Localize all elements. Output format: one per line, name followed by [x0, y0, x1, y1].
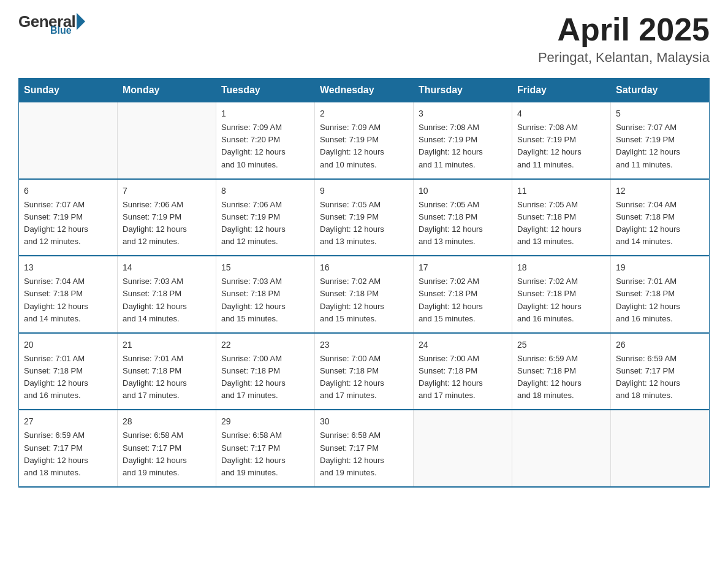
calendar-cell: 2Sunrise: 7:09 AM Sunset: 7:19 PM Daylig… — [315, 102, 414, 179]
day-info: Sunrise: 7:07 AM Sunset: 7:19 PM Dayligh… — [24, 199, 112, 248]
day-number: 26 — [616, 339, 704, 351]
day-number: 13 — [24, 261, 112, 274]
day-info: Sunrise: 6:58 AM Sunset: 7:17 PM Dayligh… — [221, 429, 309, 479]
day-number: 23 — [320, 339, 408, 351]
calendar-cell: 24Sunrise: 7:00 AM Sunset: 7:18 PM Dayli… — [414, 333, 512, 410]
day-number: 17 — [419, 261, 507, 274]
day-info: Sunrise: 6:58 AM Sunset: 7:17 PM Dayligh… — [123, 429, 211, 479]
day-info: Sunrise: 7:05 AM Sunset: 7:19 PM Dayligh… — [320, 199, 408, 248]
day-info: Sunrise: 7:08 AM Sunset: 7:19 PM Dayligh… — [419, 121, 507, 171]
day-info: Sunrise: 6:59 AM Sunset: 7:18 PM Dayligh… — [517, 353, 605, 402]
logo-blue-text: Blue — [50, 25, 72, 36]
weekday-header-row: SundayMondayTuesdayWednesdayThursdayFrid… — [19, 79, 710, 102]
calendar-cell: 19Sunrise: 7:01 AM Sunset: 7:18 PM Dayli… — [611, 256, 710, 333]
calendar-cell: 20Sunrise: 7:01 AM Sunset: 7:18 PM Dayli… — [19, 333, 118, 410]
weekday-header-thursday: Thursday — [414, 79, 512, 102]
logo: General Blue — [18, 12, 85, 36]
day-number: 16 — [320, 261, 408, 274]
day-number: 2 — [320, 107, 408, 120]
logo-triangle-icon — [77, 13, 85, 30]
day-number: 15 — [221, 261, 309, 274]
calendar-cell — [19, 102, 118, 179]
calendar-cell: 9Sunrise: 7:05 AM Sunset: 7:19 PM Daylig… — [315, 179, 414, 256]
day-info: Sunrise: 7:00 AM Sunset: 7:18 PM Dayligh… — [320, 353, 408, 402]
weekday-header-tuesday: Tuesday — [216, 79, 315, 102]
day-info: Sunrise: 7:09 AM Sunset: 7:19 PM Dayligh… — [320, 121, 408, 171]
calendar-cell: 17Sunrise: 7:02 AM Sunset: 7:18 PM Dayli… — [414, 256, 512, 333]
calendar-cell: 22Sunrise: 7:00 AM Sunset: 7:18 PM Dayli… — [216, 333, 315, 410]
title-section: April 2025 Peringat, Kelantan, Malaysia — [538, 12, 710, 66]
day-info: Sunrise: 7:04 AM Sunset: 7:18 PM Dayligh… — [616, 199, 704, 248]
weekday-header-saturday: Saturday — [611, 79, 710, 102]
calendar-cell: 27Sunrise: 6:59 AM Sunset: 7:17 PM Dayli… — [19, 410, 118, 487]
day-info: Sunrise: 7:06 AM Sunset: 7:19 PM Dayligh… — [123, 199, 211, 248]
day-info: Sunrise: 7:02 AM Sunset: 7:18 PM Dayligh… — [320, 275, 408, 325]
calendar-cell: 28Sunrise: 6:58 AM Sunset: 7:17 PM Dayli… — [118, 410, 216, 487]
calendar-cell: 16Sunrise: 7:02 AM Sunset: 7:18 PM Dayli… — [315, 256, 414, 333]
calendar-cell: 3Sunrise: 7:08 AM Sunset: 7:19 PM Daylig… — [414, 102, 512, 179]
day-info: Sunrise: 7:09 AM Sunset: 7:20 PM Dayligh… — [221, 121, 309, 171]
week-row-5: 27Sunrise: 6:59 AM Sunset: 7:17 PM Dayli… — [19, 410, 710, 487]
week-row-4: 20Sunrise: 7:01 AM Sunset: 7:18 PM Dayli… — [19, 333, 710, 410]
day-number: 29 — [221, 415, 309, 428]
calendar-cell — [512, 410, 611, 487]
day-info: Sunrise: 7:07 AM Sunset: 7:19 PM Dayligh… — [616, 121, 704, 171]
day-number: 12 — [616, 185, 704, 197]
day-number: 28 — [123, 415, 211, 428]
day-info: Sunrise: 7:01 AM Sunset: 7:18 PM Dayligh… — [24, 353, 112, 402]
week-row-3: 13Sunrise: 7:04 AM Sunset: 7:18 PM Dayli… — [19, 256, 710, 333]
day-number: 24 — [419, 339, 507, 351]
day-number: 3 — [419, 107, 507, 120]
calendar-cell — [118, 102, 216, 179]
calendar-cell: 12Sunrise: 7:04 AM Sunset: 7:18 PM Dayli… — [611, 179, 710, 256]
calendar-cell: 8Sunrise: 7:06 AM Sunset: 7:19 PM Daylig… — [216, 179, 315, 256]
calendar-cell: 11Sunrise: 7:05 AM Sunset: 7:18 PM Dayli… — [512, 179, 611, 256]
day-info: Sunrise: 7:04 AM Sunset: 7:18 PM Dayligh… — [24, 275, 112, 325]
weekday-header-wednesday: Wednesday — [315, 79, 414, 102]
week-row-1: 1Sunrise: 7:09 AM Sunset: 7:20 PM Daylig… — [19, 102, 710, 179]
calendar-cell: 29Sunrise: 6:58 AM Sunset: 7:17 PM Dayli… — [216, 410, 315, 487]
calendar-cell: 5Sunrise: 7:07 AM Sunset: 7:19 PM Daylig… — [611, 102, 710, 179]
calendar-location: Peringat, Kelantan, Malaysia — [538, 50, 710, 66]
day-info: Sunrise: 7:03 AM Sunset: 7:18 PM Dayligh… — [123, 275, 211, 325]
calendar-title: April 2025 — [538, 12, 710, 47]
day-number: 6 — [24, 185, 112, 197]
calendar-cell — [611, 410, 710, 487]
day-info: Sunrise: 6:58 AM Sunset: 7:17 PM Dayligh… — [320, 429, 408, 479]
day-info: Sunrise: 7:02 AM Sunset: 7:18 PM Dayligh… — [517, 275, 605, 325]
day-info: Sunrise: 7:02 AM Sunset: 7:18 PM Dayligh… — [419, 275, 507, 325]
calendar-cell: 6Sunrise: 7:07 AM Sunset: 7:19 PM Daylig… — [19, 179, 118, 256]
day-info: Sunrise: 6:59 AM Sunset: 7:17 PM Dayligh… — [616, 353, 704, 402]
day-number: 1 — [221, 107, 309, 120]
calendar-cell: 23Sunrise: 7:00 AM Sunset: 7:18 PM Dayli… — [315, 333, 414, 410]
weekday-header-sunday: Sunday — [19, 79, 118, 102]
day-number: 27 — [24, 415, 112, 428]
day-number: 5 — [616, 107, 704, 120]
calendar-cell: 18Sunrise: 7:02 AM Sunset: 7:18 PM Dayli… — [512, 256, 611, 333]
calendar-cell: 13Sunrise: 7:04 AM Sunset: 7:18 PM Dayli… — [19, 256, 118, 333]
day-number: 4 — [517, 107, 605, 120]
calendar-cell: 14Sunrise: 7:03 AM Sunset: 7:18 PM Dayli… — [118, 256, 216, 333]
day-info: Sunrise: 7:01 AM Sunset: 7:18 PM Dayligh… — [616, 275, 704, 325]
calendar-cell: 15Sunrise: 7:03 AM Sunset: 7:18 PM Dayli… — [216, 256, 315, 333]
day-number: 14 — [123, 261, 211, 274]
day-number: 19 — [616, 261, 704, 274]
day-number: 7 — [123, 185, 211, 197]
day-number: 30 — [320, 415, 408, 428]
calendar-cell — [414, 410, 512, 487]
day-info: Sunrise: 7:03 AM Sunset: 7:18 PM Dayligh… — [221, 275, 309, 325]
calendar-cell: 25Sunrise: 6:59 AM Sunset: 7:18 PM Dayli… — [512, 333, 611, 410]
day-number: 9 — [320, 185, 408, 197]
day-info: Sunrise: 7:05 AM Sunset: 7:18 PM Dayligh… — [419, 199, 507, 248]
day-number: 10 — [419, 185, 507, 197]
calendar-cell: 26Sunrise: 6:59 AM Sunset: 7:17 PM Dayli… — [611, 333, 710, 410]
day-info: Sunrise: 7:05 AM Sunset: 7:18 PM Dayligh… — [517, 199, 605, 248]
calendar-cell: 10Sunrise: 7:05 AM Sunset: 7:18 PM Dayli… — [414, 179, 512, 256]
day-info: Sunrise: 7:01 AM Sunset: 7:18 PM Dayligh… — [123, 353, 211, 402]
day-number: 25 — [517, 339, 605, 351]
day-number: 18 — [517, 261, 605, 274]
day-info: Sunrise: 7:00 AM Sunset: 7:18 PM Dayligh… — [221, 353, 309, 402]
week-row-2: 6Sunrise: 7:07 AM Sunset: 7:19 PM Daylig… — [19, 179, 710, 256]
weekday-header-friday: Friday — [512, 79, 611, 102]
day-number: 21 — [123, 339, 211, 351]
